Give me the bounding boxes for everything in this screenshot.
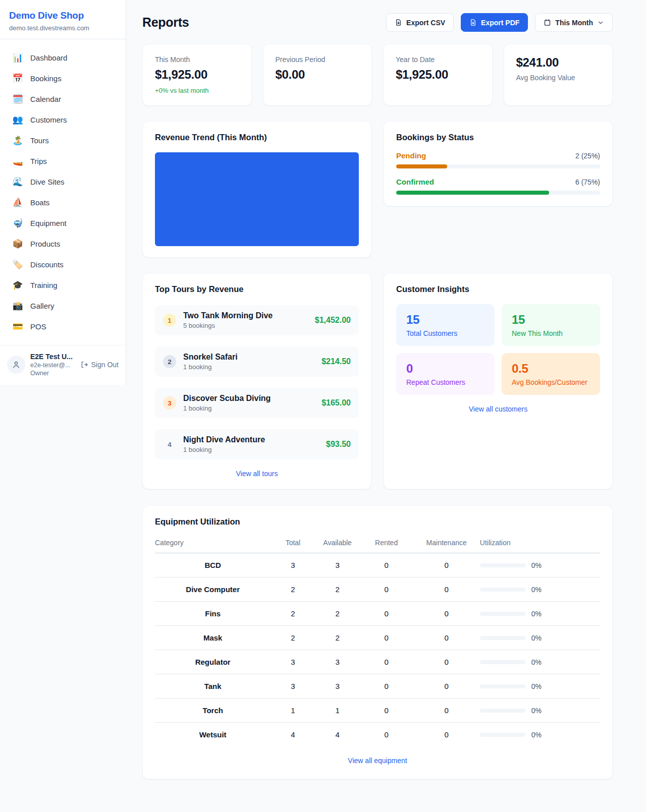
equipment-total: 2 (271, 602, 315, 626)
status-row-confirmed: Confirmed 6 (75%) (396, 178, 600, 195)
tile-avg-bookings-customer: 0.5 Avg Bookings/Customer (502, 353, 600, 395)
view-all-equipment-link[interactable]: View all equipment (155, 757, 600, 765)
equipment-available: 3 (315, 553, 360, 577)
equipment-rented: 0 (360, 699, 413, 723)
progress-fill-confirmed (396, 191, 549, 195)
equipment-utilization-card: Equipment Utilization Category Total Ava… (142, 505, 613, 779)
tour-row: 1 Two Tank Morning Dive 5 bookings $1,45… (155, 305, 359, 335)
page-header: Reports Export CSV Export PDF (142, 13, 613, 32)
tile-label: Repeat Customers (406, 378, 484, 386)
status-value: 6 (75%) (575, 178, 600, 186)
stats-row: This Month $1,925.00 +0% vs last month P… (142, 44, 613, 106)
sidebar-item-bookings[interactable]: 📅 Bookings (7, 68, 121, 89)
status-label: Confirmed (396, 178, 434, 186)
rank-badge: 3 (163, 396, 176, 410)
revenue-trend-chart (155, 152, 359, 246)
header-actions: Export CSV Export PDF This Month (386, 13, 613, 32)
sidebar-item-label: Dashboard (30, 53, 67, 62)
view-all-tours-link[interactable]: View all tours (155, 470, 359, 478)
customer-insights-card: Customer Insights 15 Total Customers 15 … (384, 273, 613, 489)
main-content: Reports Export CSV Export PDF (126, 0, 646, 812)
equipment-rented: 0 (360, 577, 413, 602)
stat-label: Avg Booking Value (516, 74, 601, 82)
sidebar-item-boats[interactable]: ⛵ Boats (7, 192, 121, 213)
credit-card-icon: 💳 (12, 321, 23, 332)
utilization-bar (480, 612, 525, 616)
sidebar-item-customers[interactable]: 👥 Customers (7, 109, 121, 130)
sidebar-item-equipment[interactable]: 🤿 Equipment (7, 213, 121, 234)
sidebar-item-products[interactable]: 📦 Products (7, 234, 121, 254)
equipment-category: BCD (155, 553, 271, 577)
revenue-trend-card: Revenue Trend (This Month) (142, 121, 371, 258)
equipment-category: Torch (155, 699, 271, 723)
tour-row: 3 Discover Scuba Diving 1 booking $165.0… (155, 388, 359, 418)
sidebar-item-label: POS (30, 322, 46, 331)
column-header-category: Category (155, 534, 271, 553)
sidebar-item-discounts[interactable]: 🏷️ Discounts (7, 254, 121, 275)
export-csv-button[interactable]: Export CSV (386, 13, 454, 32)
tour-row: 2 Snorkel Safari 1 booking $214.50 (155, 346, 359, 377)
sign-out-icon (80, 361, 88, 369)
sidebar-item-label: Customers (30, 115, 67, 124)
revenue-trend-title: Revenue Trend (This Month) (155, 133, 359, 142)
chevron-down-icon (597, 19, 604, 26)
sidebar-item-dashboard[interactable]: 📊 Dashboard (7, 47, 121, 68)
sidebar-item-label: Equipment (30, 219, 67, 227)
tour-bookings: 1 booking (183, 446, 319, 453)
spiral-calendar-icon: 🗓️ (12, 94, 23, 104)
sidebar-nav: 📊 Dashboard 📅 Bookings 🗓️ Calendar 👥 Cus… (0, 39, 126, 342)
utilization-bar (480, 636, 525, 640)
column-header-rented: Rented (360, 534, 413, 553)
equipment-maintenance: 0 (413, 723, 480, 747)
export-pdf-button[interactable]: Export PDF (461, 13, 528, 32)
equipment-table: Category Total Available Rented Maintena… (155, 534, 600, 746)
equipment-total: 4 (271, 723, 315, 747)
equipment-category: Mask (155, 626, 271, 650)
equipment-rented: 0 (360, 553, 413, 577)
sidebar-item-training[interactable]: 🎓 Training (7, 275, 121, 296)
sidebar-item-pos[interactable]: 💳 POS (7, 316, 121, 337)
utilization-bar (480, 684, 525, 688)
equipment-total: 2 (271, 626, 315, 650)
stat-card-previous-period: Previous Period $0.00 (263, 44, 372, 106)
view-all-customers-link[interactable]: View all customers (396, 405, 600, 413)
sign-out-button[interactable]: Sign Out (80, 361, 119, 369)
sidebar-item-trips[interactable]: 🚤 Trips (7, 151, 121, 171)
equipment-maintenance: 0 (413, 602, 480, 626)
sidebar-item-tours[interactable]: 🏝️ Tours (7, 130, 121, 151)
tour-bookings: 1 booking (183, 404, 314, 412)
rank-badge: 1 (163, 314, 176, 327)
equipment-total: 2 (271, 577, 315, 602)
sidebar-item-gallery[interactable]: 📸 Gallery (7, 296, 121, 316)
tile-label: New This Month (512, 329, 590, 337)
user-info: E2E Test U... e2e-tester@... Owner (30, 353, 75, 377)
user-email: e2e-tester@... (30, 362, 75, 369)
equipment-available: 2 (315, 577, 360, 602)
stat-card-avg-booking-value: $241.00 Avg Booking Value (504, 44, 613, 106)
people-icon: 👥 (12, 114, 23, 125)
column-header-total: Total (271, 534, 315, 553)
tile-value: 15 (406, 313, 484, 327)
equipment-maintenance: 0 (413, 553, 480, 577)
utilization-percent: 0% (531, 682, 542, 690)
page-title: Reports (142, 15, 189, 30)
column-header-utilization: Utilization (480, 534, 600, 553)
utilization-percent: 0% (531, 707, 542, 715)
equipment-maintenance: 0 (413, 699, 480, 723)
tour-name: Night Dive Adventure (183, 435, 319, 444)
insights-row: Top Tours by Revenue 1 Two Tank Morning … (142, 273, 613, 489)
tile-total-customers: 15 Total Customers (396, 304, 495, 346)
speedboat-icon: 🚤 (12, 156, 23, 166)
equipment-maintenance: 0 (413, 650, 480, 674)
equipment-category: Regulator (155, 650, 271, 674)
stat-card-this-month: This Month $1,925.00 +0% vs last month (142, 44, 252, 106)
file-download-icon (469, 19, 477, 26)
utilization-percent: 0% (531, 634, 542, 642)
sidebar-item-calendar[interactable]: 🗓️ Calendar (7, 89, 121, 109)
island-icon: 🏝️ (12, 135, 23, 146)
equipment-utilization-title: Equipment Utilization (155, 517, 600, 527)
sidebar-user-footer: E2E Test U... e2e-tester@... Owner Sign … (0, 345, 126, 385)
utilization-percent: 0% (531, 610, 542, 618)
period-selector[interactable]: This Month (535, 13, 613, 32)
sidebar-item-dive-sites[interactable]: 🌊 Dive Sites (7, 171, 121, 192)
